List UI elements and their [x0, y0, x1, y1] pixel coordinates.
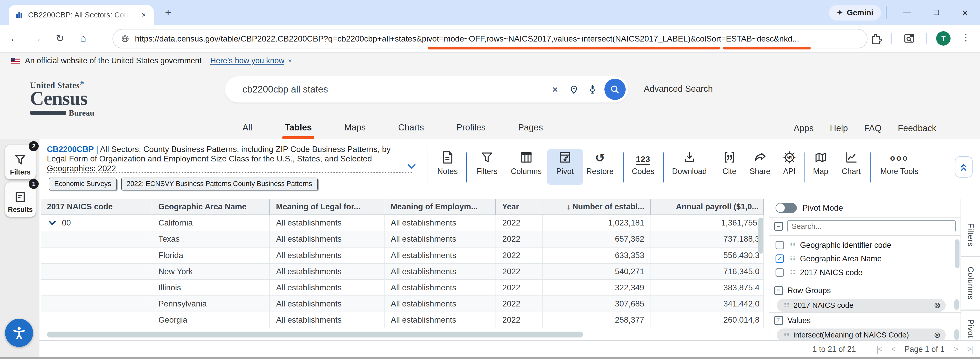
column-header-7[interactable]: Annual payroll ($1,0...: [651, 199, 764, 214]
toolbar-label: Map: [813, 167, 828, 176]
toolbar-button-chart[interactable]: Chart: [833, 149, 869, 185]
tab-charts[interactable]: Charts: [398, 122, 424, 134]
url-bar[interactable]: https://data.census.gov/table/CBP2022.CB…: [113, 29, 867, 48]
table-row[interactable]: 00CaliforniaAll establishmentsAll establ…: [41, 215, 764, 231]
table-row[interactable]: IllinoisAll establishmentsAll establishm…: [41, 280, 764, 296]
new-tab-button[interactable]: +: [161, 6, 175, 20]
drag-handle-icon[interactable]: ⠿⠿: [783, 332, 789, 338]
table-row[interactable]: New YorkAll establishmentsAll establishm…: [41, 264, 764, 280]
collapse-toolbar-button[interactable]: [955, 156, 972, 178]
tab-maps[interactable]: Maps: [344, 122, 366, 134]
field-checkbox[interactable]: [776, 241, 784, 249]
pivot-mode-toggle[interactable]: [776, 203, 797, 213]
table-row[interactable]: FloridaAll establishmentsAll establishme…: [41, 248, 764, 264]
side-tab-filters[interactable]: Filters: [961, 214, 980, 256]
column-header-3[interactable]: Meaning of Legal for...: [270, 199, 384, 214]
window-minimize-button[interactable]: —: [900, 8, 913, 17]
location-pin-icon[interactable]: [565, 84, 583, 95]
column-header-1[interactable]: 2017 NAICS code: [41, 199, 152, 214]
nav-link-faq[interactable]: FAQ: [864, 123, 881, 133]
toolbar-button-notes[interactable]: Notes: [430, 149, 466, 185]
horizontal-scrollbar[interactable]: [47, 332, 583, 337]
forward-button[interactable]: →: [29, 33, 45, 44]
field-checkbox[interactable]: ✓: [776, 254, 784, 263]
search-box[interactable]: ×: [225, 76, 628, 103]
collapse-all-icon[interactable]: −: [774, 222, 783, 230]
toolbar-button-columns[interactable]: Columns: [508, 149, 544, 185]
browser-menu-icon[interactable]: ⋮: [961, 32, 971, 43]
clear-search-icon[interactable]: ×: [546, 83, 565, 95]
toolbar-button-filters[interactable]: Filters: [469, 149, 505, 185]
value-pill[interactable]: ⠿⠿ intersect(Meaning of NAICS Code) ⊗: [777, 329, 946, 342]
table-code-link[interactable]: CB2200CBP: [47, 145, 94, 154]
panel-search-input[interactable]: [788, 220, 956, 232]
banner-link[interactable]: Here’s how you know: [210, 56, 285, 65]
tab-close-icon[interactable]: ×: [139, 10, 149, 20]
panel-field-geographic-identifier-code[interactable]: ⠿⠿Geographic identifier code: [769, 238, 961, 252]
column-header-2[interactable]: Geographic Area Name: [152, 199, 270, 214]
remove-value-icon[interactable]: ⊗: [934, 330, 941, 340]
panel-field-geographic-area-name[interactable]: ✓⠿⠿Geographic Area Name: [769, 252, 961, 266]
column-header-4[interactable]: Meaning of Employm...: [384, 199, 496, 214]
cell-employment-size: All establishments: [385, 215, 496, 230]
toolbar-button-api[interactable]: APIAPI: [771, 149, 807, 185]
column-header-6[interactable]: ↓Number of establ...: [542, 199, 651, 214]
field-list-scrollbar[interactable]: [955, 239, 959, 268]
row-group-pill[interactable]: ⠿⠿ 2017 NAICS code ⊗: [777, 299, 946, 312]
vertical-scrollbar[interactable]: [758, 218, 763, 254]
last-page-button[interactable]: >|: [967, 345, 972, 354]
rail-filters-button[interactable]: Filters 2: [5, 145, 36, 180]
drag-handle-icon[interactable]: ⠿⠿: [789, 242, 795, 248]
tab-tables[interactable]: Tables: [285, 122, 312, 134]
tab-pages[interactable]: Pages: [518, 122, 543, 134]
column-header-5[interactable]: Year: [496, 199, 542, 214]
rail-results-button[interactable]: Results 1: [5, 183, 36, 217]
panel-field-2017-naics-code[interactable]: ⠿⠿2017 NAICS code: [769, 266, 961, 280]
extensions-puzzle-icon[interactable]: [870, 32, 883, 45]
nav-link-feedback[interactable]: Feedback: [898, 123, 936, 133]
search-input[interactable]: [241, 83, 546, 95]
chip-program[interactable]: Economic Surveys: [49, 178, 116, 191]
table-row[interactable]: TexasAll establishmentsAll establishment…: [41, 231, 764, 247]
browser-tab[interactable]: CB2200CBP: All Sectors: County ×: [9, 5, 154, 25]
previous-page-button[interactable]: <: [891, 345, 895, 354]
drag-handle-icon[interactable]: ⠿⠿: [789, 270, 795, 275]
side-tab-columns[interactable]: Columns: [961, 256, 980, 310]
back-button[interactable]: ←: [7, 33, 22, 44]
nav-link-help[interactable]: Help: [830, 123, 848, 133]
site-info-globe-icon[interactable]: [121, 34, 130, 44]
window-maximize-button[interactable]: □: [930, 8, 943, 17]
row-groups-label: Row Groups: [788, 286, 830, 295]
toolbar-button-pivot[interactable]: Pivot: [547, 149, 583, 185]
nav-link-apps[interactable]: Apps: [794, 123, 814, 133]
results-list-icon: [13, 190, 27, 204]
toolbar-button-download[interactable]: Download: [671, 149, 707, 185]
expand-title-chevron-icon[interactable]: [406, 162, 417, 171]
tab-profiles[interactable]: Profiles: [457, 122, 486, 134]
remove-row-group-icon[interactable]: ⊗: [934, 300, 941, 310]
table-row[interactable]: PennsylvaniaAll establishmentsAll establ…: [41, 296, 764, 312]
gemini-button[interactable]: ✦ Gemini: [829, 5, 881, 21]
chip-dataset[interactable]: 2022: ECNSVY Business Patterns County Bu…: [121, 178, 318, 191]
search-tabs-icon[interactable]: [903, 32, 916, 45]
table-row[interactable]: GeorgiaAll establishmentsAll establishme…: [41, 312, 764, 328]
expand-group-chevron-icon[interactable]: [48, 220, 56, 226]
drag-handle-icon[interactable]: ⠿⠿: [783, 302, 789, 308]
toolbar-button-codes[interactable]: 123Codes: [625, 149, 661, 185]
advanced-search-link[interactable]: Advanced Search: [644, 84, 713, 94]
toolbar-button-more-tools[interactable]: oooMore Tools: [881, 149, 918, 185]
accessibility-button[interactable]: [5, 319, 33, 347]
profile-avatar[interactable]: T: [936, 31, 951, 46]
census-logo[interactable]: United States® Census Bureau: [30, 80, 94, 118]
toolbar-button-restore[interactable]: ↺Restore: [582, 149, 618, 185]
tab-all[interactable]: All: [243, 122, 252, 134]
field-checkbox[interactable]: [776, 268, 784, 277]
home-button[interactable]: ⌂: [76, 33, 91, 44]
next-page-button[interactable]: >: [954, 345, 958, 354]
search-submit-button[interactable]: [605, 79, 626, 100]
reload-button[interactable]: ↻: [52, 33, 68, 44]
drag-handle-icon[interactable]: ⠿⠿: [789, 256, 795, 262]
window-close-button[interactable]: ×: [959, 8, 971, 18]
first-page-button[interactable]: |<: [877, 345, 882, 354]
microphone-icon[interactable]: [583, 84, 602, 95]
